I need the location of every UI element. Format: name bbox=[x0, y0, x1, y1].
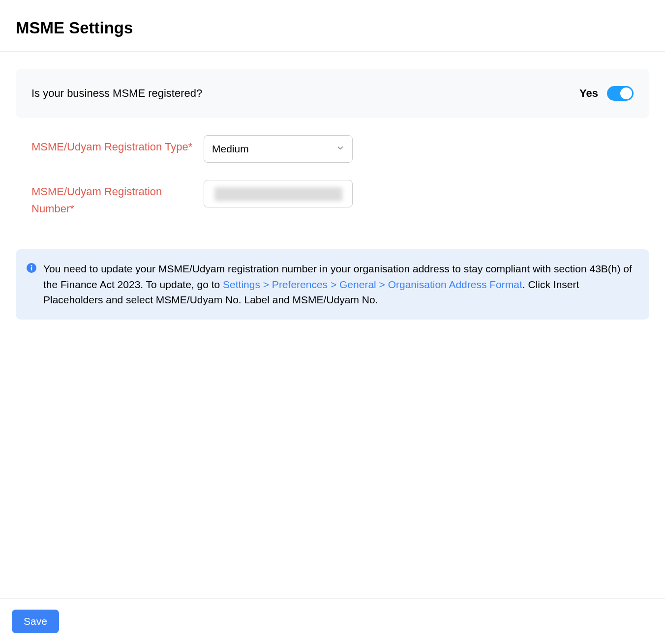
page-title: MSME Settings bbox=[16, 19, 649, 37]
msme-registered-question: Is your business MSME registered? bbox=[31, 87, 202, 100]
save-button[interactable]: Save bbox=[12, 610, 59, 633]
toggle-label: Yes bbox=[579, 87, 598, 100]
reg-number-label: MSME/Udyam Registration Number* bbox=[31, 180, 204, 217]
info-banner: You need to update your MSME/Udyam regis… bbox=[16, 249, 649, 320]
svg-point-1 bbox=[31, 265, 32, 266]
reg-number-blurred-value bbox=[214, 187, 342, 201]
svg-rect-2 bbox=[31, 267, 32, 271]
msme-registered-toggle[interactable] bbox=[607, 86, 634, 101]
toggle-knob bbox=[620, 88, 632, 99]
content-area: Is your business MSME registered? Yes MS… bbox=[0, 52, 665, 320]
info-icon bbox=[27, 263, 36, 273]
reg-type-select-wrapper bbox=[204, 135, 353, 163]
footer-bar: Save bbox=[0, 598, 665, 644]
page-header: MSME Settings bbox=[0, 0, 665, 52]
info-text: You need to update your MSME/Udyam regis… bbox=[43, 261, 638, 308]
msme-registered-card: Is your business MSME registered? Yes bbox=[16, 69, 649, 118]
reg-type-label: MSME/Udyam Registration Type* bbox=[31, 135, 204, 155]
reg-type-select[interactable] bbox=[204, 135, 353, 163]
reg-number-input[interactable] bbox=[204, 180, 353, 207]
reg-type-row: MSME/Udyam Registration Type* bbox=[16, 135, 649, 163]
reg-number-row: MSME/Udyam Registration Number* bbox=[16, 180, 649, 217]
toggle-group: Yes bbox=[579, 86, 634, 101]
info-link[interactable]: Settings > Preferences > General > Organ… bbox=[223, 279, 522, 290]
